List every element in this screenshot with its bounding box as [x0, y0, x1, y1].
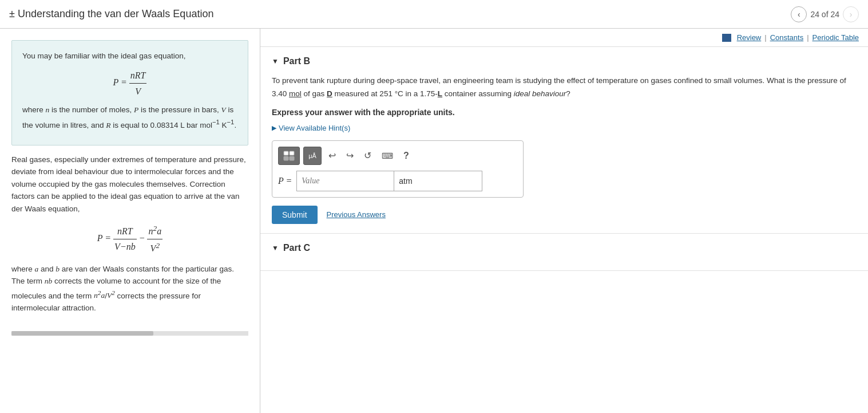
part-c-title: Part C: [283, 243, 310, 253]
prev-page-button[interactable]: ‹: [791, 6, 807, 22]
hint-link[interactable]: ▶ View Available Hint(s): [272, 124, 857, 132]
matrix-button[interactable]: [278, 147, 300, 165]
part-c-header[interactable]: ▼ Part C: [272, 243, 857, 253]
input-row: P =: [278, 171, 517, 191]
part-b-header[interactable]: ▼ Part B: [272, 56, 857, 66]
part-b-title: Part B: [283, 56, 310, 66]
keyboard-button[interactable]: ⌨: [378, 147, 397, 165]
next-page-button[interactable]: ›: [843, 6, 859, 22]
value-input[interactable]: [296, 171, 394, 191]
sep-1: |: [764, 33, 766, 42]
sep-2: |: [807, 33, 808, 42]
submit-button[interactable]: Submit: [272, 206, 318, 224]
left-scroll-area: [11, 331, 248, 336]
previous-answers-link[interactable]: Previous Answers: [327, 210, 386, 219]
review-icon: [722, 34, 731, 42]
answer-toolbar: μÅ ↩ ↪ ↺ ⌨ ?: [278, 147, 517, 165]
intro-text: You may be familiar with the ideal gas e…: [22, 50, 237, 63]
main-container: You may be familiar with the ideal gas e…: [0, 29, 868, 413]
review-link[interactable]: Review: [737, 33, 762, 42]
p-equals-label: P =: [278, 176, 292, 186]
info-box: You may be familiar with the ideal gas e…: [11, 40, 248, 145]
svg-rect-3: [290, 156, 294, 160]
description-3: where a and b are van der Waals constant…: [11, 263, 248, 314]
constants-link[interactable]: Constants: [770, 33, 804, 42]
right-topbar: Review | Constants | Periodic Table: [260, 29, 868, 47]
part-c-section: ▼ Part C: [260, 234, 868, 271]
express-answer-note: Express your answer with the appropriate…: [272, 108, 857, 117]
answer-box: μÅ ↩ ↪ ↺ ⌨ ? P =: [272, 140, 524, 198]
redo-button[interactable]: ↪: [343, 147, 357, 165]
part-b-section: ▼ Part B To prevent tank rupture during …: [260, 47, 868, 234]
part-b-arrow: ▼: [272, 57, 279, 65]
description-1: where n is the number of moles, P is the…: [22, 104, 237, 132]
pagination-nav: ‹ 24 of 24 ›: [791, 6, 859, 22]
reset-button[interactable]: ↺: [360, 147, 375, 165]
hint-arrow-icon: ▶: [272, 124, 276, 132]
left-panel: You may be familiar with the ideal gas e…: [0, 29, 260, 413]
formula-2: P = nRT V−nb − n2a V2: [11, 222, 248, 256]
submit-row: Submit Previous Answers: [272, 206, 857, 224]
pagination-label: 24 of 24: [810, 10, 839, 19]
matrix-icon: [283, 151, 295, 161]
svg-rect-1: [290, 151, 294, 155]
part-b-question: To prevent tank rupture during deep-spac…: [272, 74, 857, 101]
page-title: ± Understanding the van der Waals Equati…: [9, 8, 213, 20]
app-header: ± Understanding the van der Waals Equati…: [0, 0, 868, 29]
svg-rect-2: [284, 156, 288, 160]
part-c-arrow: ▼: [272, 244, 279, 252]
unit-input[interactable]: [394, 171, 482, 191]
formula-1: P = nRT V: [22, 68, 237, 99]
symbol-button[interactable]: μÅ: [303, 147, 322, 165]
hint-label: View Available Hint(s): [279, 124, 350, 132]
description-2: Real gases, especially under extremes of…: [11, 154, 248, 215]
right-panel[interactable]: Review | Constants | Periodic Table ▼ Pa…: [260, 29, 868, 413]
help-button[interactable]: ?: [400, 147, 413, 165]
undo-button[interactable]: ↩: [325, 147, 339, 165]
svg-rect-0: [284, 151, 288, 155]
periodic-table-link[interactable]: Periodic Table: [812, 33, 859, 42]
